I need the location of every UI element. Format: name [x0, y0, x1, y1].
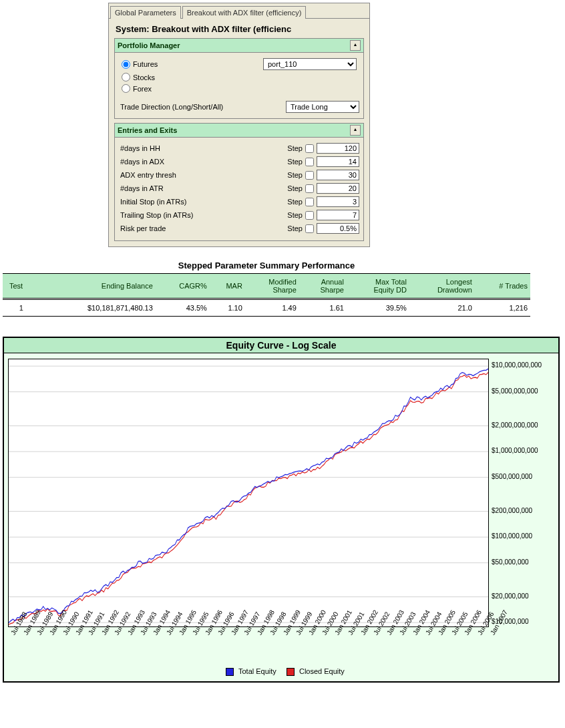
param-row: #days in ATRStep [120, 182, 359, 195]
y-tick-label: $2,000,000,000 [492, 421, 538, 429]
summary-header-cell: Max Total Equity DD [347, 274, 409, 299]
section-title-entries: Entries and Exits [118, 126, 177, 134]
collapse-icon[interactable]: ▲ [350, 40, 361, 51]
radio-label-stocks: Stocks [133, 73, 155, 81]
section-title-portfolio: Portfolio Manager [118, 41, 180, 49]
legend-label-closed: Closed Equity [299, 667, 345, 675]
legend-swatch-closed [287, 668, 295, 676]
y-tick-label: $1,000,000,000 [492, 447, 538, 454]
summary-cell: 43.5% [156, 300, 210, 317]
param-value-input[interactable] [317, 143, 359, 154]
step-label: Step [287, 198, 303, 206]
config-panel: Global Parameters Breakout with ADX filt… [108, 3, 370, 247]
section-body-portfolio: Futures port_110 Stocks Forex Trade Dire… [114, 53, 364, 119]
y-tick-label: $100,000,000 [492, 532, 532, 540]
tab-strip: Global Parameters Breakout with ADX filt… [109, 3, 369, 18]
step-checkbox[interactable] [305, 184, 314, 193]
summary-table: TestEnding BalanceCAGR%MARModified Sharp… [3, 273, 530, 317]
param-label: Initial Stop (in ATRs) [120, 198, 186, 206]
summary-cell: 21.0 [409, 300, 475, 317]
summary-cell: 1 [3, 300, 40, 317]
collapse-icon[interactable]: ▲ [350, 125, 361, 136]
param-label: #days in ADX [120, 158, 164, 166]
step-label: Step [287, 224, 303, 232]
summary-header-cell: # Trades [475, 274, 530, 299]
section-body-entries: #days in HHStep#days in ADXStepADX entry… [114, 138, 364, 241]
y-tick-label: $50,000,000 [492, 558, 529, 566]
param-row: Initial Stop (in ATRs)Step [120, 195, 359, 208]
param-row: ADX entry threshStep [120, 168, 359, 182]
summary-header-row: TestEnding BalanceCAGR%MARModified Sharp… [3, 274, 530, 299]
param-label: Risk per trade [120, 224, 166, 232]
param-label: #days in HH [120, 144, 160, 152]
equity-chart: Equity Curve - Log Scale $10,000,000$20,… [3, 337, 560, 683]
chart-y-axis: $10,000,000$20,000,000$50,000,000$100,00… [489, 359, 554, 627]
param-row: #days in HHStep [120, 142, 359, 155]
radio-stocks[interactable] [122, 73, 130, 81]
portfolio-select[interactable]: port_110 [263, 58, 357, 70]
chart-plot-area [8, 359, 489, 627]
section-header-portfolio: Portfolio Manager ▲ [114, 38, 364, 53]
param-value-input[interactable] [317, 183, 359, 194]
chart-title: Equity Curve - Log Scale [4, 338, 558, 353]
param-label: Trailing Stop (in ATRs) [120, 211, 193, 219]
param-value-input[interactable] [317, 170, 359, 180]
section-header-entries: Entries and Exits ▲ [114, 123, 364, 138]
summary-cell: 39.5% [347, 300, 409, 317]
step-checkbox[interactable] [305, 144, 314, 153]
trade-direction-select[interactable]: Trade Long [286, 101, 359, 113]
step-label: Step [287, 184, 303, 192]
step-checkbox[interactable] [305, 158, 314, 166]
trade-direction-label: Trade Direction (Long/Short/All) [120, 103, 223, 111]
param-value-input[interactable] [317, 196, 359, 207]
y-tick-label: $10,000,000,000 [492, 361, 542, 369]
param-label: ADX entry thresh [120, 171, 176, 179]
param-value-input[interactable] [317, 223, 359, 234]
step-label: Step [287, 158, 303, 166]
radio-futures[interactable] [122, 60, 130, 69]
tab-breakout-adx[interactable]: Breakout with ADX filter (efficiency) [182, 6, 307, 19]
system-title: System: Breakout with ADX filter (effici… [114, 23, 364, 38]
step-checkbox[interactable] [305, 224, 314, 233]
summary-data-row: 1$10,181,871,480.1343.5%1.101.491.6139.5… [3, 300, 530, 317]
summary-header-cell: Ending Balance [40, 274, 156, 299]
summary-cell: $10,181,871,480.13 [40, 300, 156, 317]
summary-cell: 1,216 [475, 300, 530, 317]
summary-section: Stepped Parameter Summary Performance Te… [3, 260, 530, 317]
param-row: Trailing Stop (in ATRs)Step [120, 208, 359, 222]
y-tick-label: $5,000,000,000 [492, 387, 538, 395]
summary-cell: 1.10 [210, 300, 245, 317]
summary-header-cell: Annual Sharpe [299, 274, 347, 299]
y-tick-label: $200,000,000 [492, 507, 532, 514]
param-row: Risk per tradeStep [120, 222, 359, 235]
param-value-input[interactable] [317, 156, 359, 167]
step-checkbox[interactable] [305, 171, 314, 180]
radio-label-futures: Futures [133, 60, 158, 68]
chart-x-axis: Jul 1988Jan 1989Jul 1989Jan 1990Jul 1990… [8, 627, 489, 665]
summary-header-cell: Test [3, 274, 40, 299]
tab-global-parameters[interactable]: Global Parameters [110, 6, 181, 19]
radio-forex[interactable] [122, 84, 130, 93]
param-row: #days in ADXStep [120, 155, 359, 168]
y-tick-label: $500,000,000 [492, 473, 532, 480]
radio-label-forex: Forex [133, 85, 152, 93]
y-tick-label: $20,000,000 [492, 592, 529, 600]
summary-cell: 1.49 [245, 300, 299, 317]
legend-swatch-total [226, 668, 234, 676]
chart-legend: Total Equity Closed Equity [8, 665, 554, 680]
param-label: #days in ATR [120, 184, 164, 192]
summary-header-cell: MAR [210, 274, 245, 299]
summary-header-cell: Longest Drawdown [409, 274, 475, 299]
param-value-input[interactable] [317, 210, 359, 220]
step-label: Step [287, 144, 303, 152]
summary-header-cell: Modified Sharpe [245, 274, 299, 299]
legend-label-total: Total Equity [238, 667, 276, 675]
step-label: Step [287, 171, 303, 179]
summary-cell: 1.61 [299, 300, 347, 317]
step-label: Step [287, 211, 303, 219]
summary-header-cell: CAGR% [156, 274, 210, 299]
step-checkbox[interactable] [305, 198, 314, 206]
step-checkbox[interactable] [305, 211, 314, 220]
summary-title: Stepped Parameter Summary Performance [3, 260, 530, 273]
